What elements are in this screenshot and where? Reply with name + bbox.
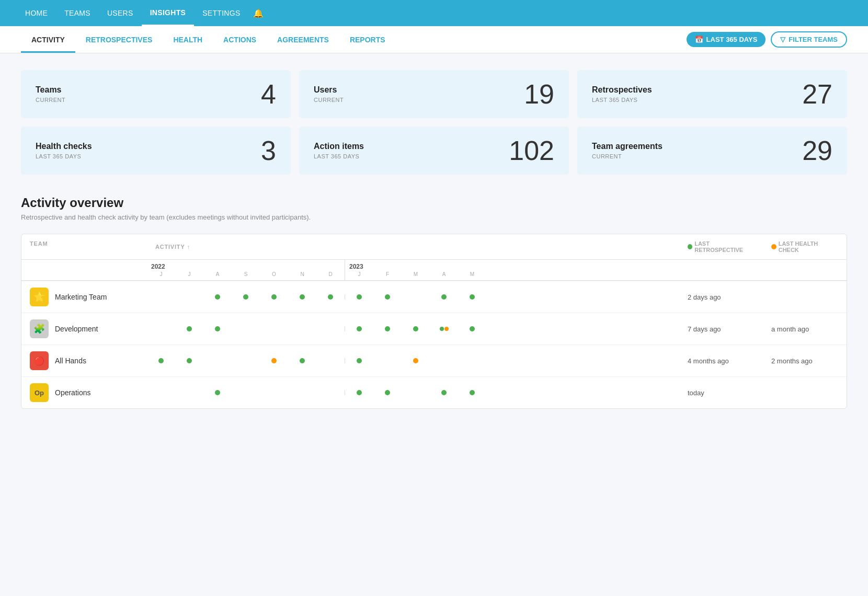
table-row: 🔴 All Hands 4 months ago 2 months ago (21, 345, 847, 376)
team-name-cell: ⭐ Marketing Team (21, 281, 147, 313)
nav-teams[interactable]: TEAMS (56, 0, 99, 26)
stat-users-label: Users (314, 85, 344, 95)
team-name: All Hands (55, 357, 86, 365)
month-f-2023: F (373, 270, 402, 280)
stat-card-health: Health checks LAST 365 DAYS 3 (21, 127, 291, 175)
stat-card-teams: Teams CURRENT 4 (21, 70, 291, 118)
team-name-cell: 🔴 All Hands (21, 345, 147, 376)
th-last-retro: LAST RETROSPECTIVE (679, 234, 763, 259)
table-row: Op Operations today (21, 376, 847, 408)
last-retro-spacer (679, 260, 763, 280)
stat-grid: Teams CURRENT 4 Users CURRENT 19 Retrosp… (21, 70, 847, 175)
nav-home[interactable]: HOME (17, 0, 56, 26)
last-health-cell: 2 months ago (763, 357, 847, 365)
stat-agreements-sublabel: CURRENT (592, 153, 663, 159)
filter-icon: ▽ (780, 36, 785, 43)
dots-2022 (147, 390, 345, 395)
activity-col-label: ACTIVITY (155, 244, 185, 250)
stat-actions-value: 102 (509, 137, 554, 164)
stat-health-label: Health checks (36, 142, 92, 151)
nav-users[interactable]: USERS (99, 0, 142, 26)
activity-table: TEAM ACTIVITY ↑ LAST RETROSPECTIVE LAST … (21, 234, 847, 409)
last-retro-cell: today (679, 389, 763, 397)
table-header-row: TEAM ACTIVITY ↑ LAST RETROSPECTIVE LAST … (21, 234, 847, 260)
retro-legend-dot (688, 244, 692, 249)
tab-retrospectives[interactable]: RETROSPECTIVES (75, 26, 163, 53)
month-m2-2023: M (458, 270, 486, 280)
stat-teams-sublabel: CURRENT (36, 97, 65, 103)
months-2022: J J A S O N D (147, 270, 345, 280)
stat-teams-label: Teams (36, 85, 65, 95)
stat-users-sublabel: CURRENT (314, 97, 344, 103)
last-retro-cell: 2 days ago (679, 293, 763, 301)
year-2023-block: 2023 J F M A M (345, 260, 486, 280)
team-rows: ⭐ Marketing Team 2 days ago 🧩 Developmen… (21, 281, 847, 408)
dots-2022 (147, 358, 345, 363)
team-name-cell: 🧩 Development (21, 313, 147, 345)
stat-users-value: 19 (524, 81, 554, 108)
dots-2023 (345, 358, 486, 363)
retro-legend-label: LAST RETROSPECTIVE (694, 240, 755, 253)
month-a-2023: A (430, 270, 458, 280)
tab-activity[interactable]: ACTIVITY (21, 26, 75, 53)
tab-actions[interactable]: ACTIONS (213, 26, 267, 53)
health-legend-label: LAST HEALTH CHECK (779, 240, 838, 253)
tab-reports[interactable]: REPORTS (339, 26, 396, 53)
tabs-bar: ACTIVITY RETROSPECTIVES HEALTH ACTIONS A… (0, 26, 868, 53)
year-2023-label: 2023 (345, 260, 486, 270)
stat-card-agreements: Team agreements CURRENT 29 (577, 127, 847, 175)
stat-retros-value: 27 (802, 81, 832, 108)
stat-teams-value: 4 (261, 81, 276, 108)
year-month-header: 2022 J J A S O N D 2023 J (21, 260, 847, 281)
month-j1-2022: J (147, 270, 175, 280)
dots-2022 (147, 326, 345, 331)
team-name: Operations (55, 388, 90, 397)
main-content: Teams CURRENT 4 Users CURRENT 19 Retrosp… (0, 53, 868, 426)
stat-retros-sublabel: LAST 365 DAYS (592, 97, 652, 103)
nav-insights[interactable]: INSIGHTS (142, 0, 195, 26)
th-activity: ACTIVITY ↑ (147, 234, 679, 259)
stat-health-value: 3 (261, 137, 276, 164)
month-j2-2022: J (175, 270, 203, 280)
dots-2023 (345, 326, 486, 331)
th-last-health: LAST HEALTH CHECK (763, 234, 847, 259)
main-nav: HOME TEAMS USERS INSIGHTS SETTINGS 🔔 (0, 0, 868, 26)
nav-bell-icon[interactable]: 🔔 (253, 8, 264, 18)
stat-retros-label: Retrospectives (592, 85, 652, 95)
year-months-area: 2022 J J A S O N D 2023 J (147, 260, 679, 280)
months-2023: J F M A M (345, 270, 486, 280)
team-name: Marketing Team (55, 293, 107, 301)
sort-icon[interactable]: ↑ (187, 244, 190, 250)
last-health-spacer (763, 260, 847, 280)
month-o-2022: O (260, 270, 288, 280)
month-n-2022: N (288, 270, 316, 280)
dots-cell (147, 326, 679, 331)
dots-2023 (345, 390, 486, 395)
month-j-2023: J (345, 270, 373, 280)
table-row: 🧩 Development 7 days ago a month ago (21, 313, 847, 345)
filter-label: FILTER TEAMS (789, 36, 838, 43)
tabs-actions: 📅 LAST 365 DAYS ▽ FILTER TEAMS (687, 31, 847, 48)
stat-card-actions: Action items LAST 365 DAYS 102 (299, 127, 569, 175)
tabs-list: ACTIVITY RETROSPECTIVES HEALTH ACTIONS A… (21, 26, 396, 53)
period-button[interactable]: 📅 LAST 365 DAYS (687, 32, 766, 47)
activity-title: Activity overview (21, 196, 847, 210)
last-retro-cell: 7 days ago (679, 325, 763, 333)
health-legend-dot (771, 244, 776, 249)
activity-subtitle: Retrospective and health check activity … (21, 213, 847, 221)
stat-health-sublabel: LAST 365 DAYS (36, 153, 92, 159)
dots-cell (147, 294, 679, 300)
filter-button[interactable]: ▽ FILTER TEAMS (771, 31, 847, 48)
th-team: TEAM (21, 234, 147, 259)
month-a-2022: A (203, 270, 232, 280)
year-2022-block: 2022 J J A S O N D (147, 260, 345, 280)
team-name: Development (55, 325, 98, 333)
last-health-cell: a month ago (763, 325, 847, 333)
tab-health[interactable]: HEALTH (163, 26, 213, 53)
nav-settings[interactable]: SETTINGS (194, 0, 248, 26)
stat-card-retros: Retrospectives LAST 365 DAYS 27 (577, 70, 847, 118)
stat-actions-sublabel: LAST 365 DAYS (314, 153, 364, 159)
team-name-cell: Op Operations (21, 377, 147, 408)
tab-agreements[interactable]: AGREEMENTS (267, 26, 339, 53)
dots-cell (147, 390, 679, 395)
